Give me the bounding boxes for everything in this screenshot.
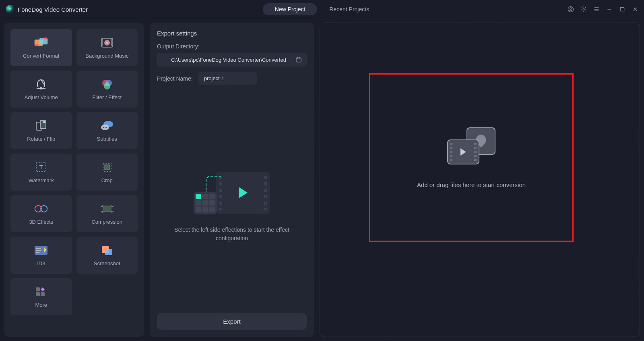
background-music-icon: [100, 37, 114, 49]
minimize-icon[interactable]: [606, 6, 613, 12]
tool-label: ID3: [37, 260, 45, 266]
output-directory-field[interactable]: C:\Users\pc\FoneDog Video Converter\Conv…: [157, 53, 307, 67]
maximize-icon[interactable]: [619, 6, 625, 12]
adjust-volume-icon: [34, 78, 48, 90]
svg-point-1: [570, 8, 572, 9]
output-directory-label: Output Directory:: [157, 43, 307, 50]
tool-crop[interactable]: Crop: [76, 154, 138, 191]
svg-rect-33: [103, 206, 111, 212]
tool-label: Background Music: [85, 53, 128, 59]
tool-watermark[interactable]: T Watermark: [10, 154, 72, 191]
more-icon: [34, 286, 48, 298]
window-controls: [568, 6, 638, 12]
tool-label: More: [35, 302, 47, 308]
close-icon[interactable]: [632, 6, 638, 12]
file-drop-panel[interactable]: Add or drag files here to start conversi…: [320, 23, 640, 337]
svg-point-23: [103, 127, 104, 127]
compression-icon: [100, 203, 114, 215]
tool-rotate-flip[interactable]: Rotate / Flip: [10, 112, 72, 149]
tool-background-music[interactable]: Background Music: [76, 29, 138, 66]
tool-label: Rotate / Flip: [27, 136, 55, 142]
export-button[interactable]: Export: [157, 313, 307, 330]
tool-more[interactable]: More: [10, 278, 72, 315]
tool-label: Watermark: [29, 177, 54, 183]
tool-label: Filter / Effect: [92, 94, 122, 100]
tool-subtitles[interactable]: Subtitles: [76, 112, 138, 149]
svg-text:T: T: [39, 164, 43, 170]
effect-hint-text: Select the left side effections to start…: [171, 226, 292, 243]
svg-rect-39: [105, 249, 112, 255]
screenshot-icon: [100, 244, 114, 256]
3d-effects-icon: [34, 203, 48, 215]
tool-label: Compression: [91, 219, 122, 225]
rotate-flip-icon: [34, 120, 48, 132]
project-tabs: New Project Recent Projects: [263, 3, 381, 15]
tool-label: Subtitles: [97, 136, 117, 142]
settings-icon[interactable]: [580, 6, 587, 12]
svg-point-24: [105, 127, 105, 127]
svg-point-25: [106, 127, 107, 127]
subtitles-icon: [100, 120, 114, 132]
export-settings-title: Export settings: [157, 30, 307, 37]
watermark-icon: T: [34, 161, 48, 173]
tool-label: Crop: [101, 177, 113, 183]
svg-rect-11: [102, 39, 103, 46]
effect-preview-illustration: [194, 172, 270, 216]
tools-sidebar: Convert Format Background Music Adjust V…: [4, 23, 144, 337]
tool-convert-format[interactable]: Convert Format: [10, 29, 72, 66]
tool-id3[interactable]: ID3: [10, 237, 72, 274]
svg-point-14: [40, 87, 42, 89]
effect-preview-area: Select the left side effections to start…: [157, 101, 307, 313]
tool-label: 3D Effects: [29, 219, 53, 225]
export-panel: Export settings Output Directory: C:\Use…: [150, 23, 314, 337]
project-name-label: Project Name:: [157, 75, 193, 82]
media-files-icon: [447, 127, 495, 164]
tool-adjust-volume[interactable]: Adjust Volume: [10, 71, 72, 108]
svg-rect-7: [44, 37, 47, 39]
svg-rect-12: [111, 39, 112, 46]
tool-label: Convert Format: [23, 53, 59, 59]
tool-screenshot[interactable]: Screenshot: [76, 237, 138, 274]
app-logo-area: FoneDog Video Converter: [6, 5, 88, 14]
tool-3d-effects[interactable]: 3D Effects: [10, 195, 72, 232]
titlebar: FoneDog Video Converter New Project Rece…: [0, 0, 644, 19]
account-icon[interactable]: [568, 6, 574, 12]
project-name-input[interactable]: [198, 72, 257, 85]
tool-label: Screenshot: [94, 260, 120, 266]
main-area: Convert Format Background Music Adjust V…: [0, 19, 644, 341]
svg-point-2: [583, 8, 584, 10]
tab-recent-projects[interactable]: Recent Projects: [317, 3, 381, 15]
tool-filter-effect[interactable]: Filter / Effect: [76, 71, 138, 108]
id3-icon: [34, 244, 48, 256]
svg-point-20: [43, 121, 45, 123]
project-name-row: Project Name:: [157, 72, 307, 85]
tool-label: Adjust Volume: [25, 94, 58, 100]
svg-rect-42: [41, 292, 45, 296]
svg-rect-29: [105, 165, 109, 170]
drop-highlight-box: Add or drag files here to start conversi…: [369, 73, 574, 242]
svg-rect-40: [36, 287, 40, 291]
svg-rect-3: [620, 7, 624, 11]
filter-effect-icon: [100, 78, 114, 90]
tab-new-project[interactable]: New Project: [263, 3, 317, 15]
browse-folder-icon[interactable]: [295, 56, 302, 63]
tool-compression[interactable]: Compression: [76, 195, 138, 232]
svg-point-10: [106, 42, 108, 44]
menu-icon[interactable]: [593, 6, 600, 12]
app-title: FoneDog Video Converter: [18, 6, 88, 13]
svg-point-17: [104, 83, 110, 89]
app-logo-icon: [6, 5, 14, 14]
convert-format-icon: [34, 37, 48, 49]
drop-instruction-text: Add or drag files here to start conversi…: [417, 181, 526, 188]
svg-rect-41: [36, 292, 40, 296]
svg-rect-43: [296, 58, 301, 62]
svg-rect-6: [35, 44, 38, 46]
output-directory-path: C:\Users\pc\FoneDog Video Converter\Conv…: [162, 57, 295, 63]
crop-icon: [100, 161, 114, 173]
